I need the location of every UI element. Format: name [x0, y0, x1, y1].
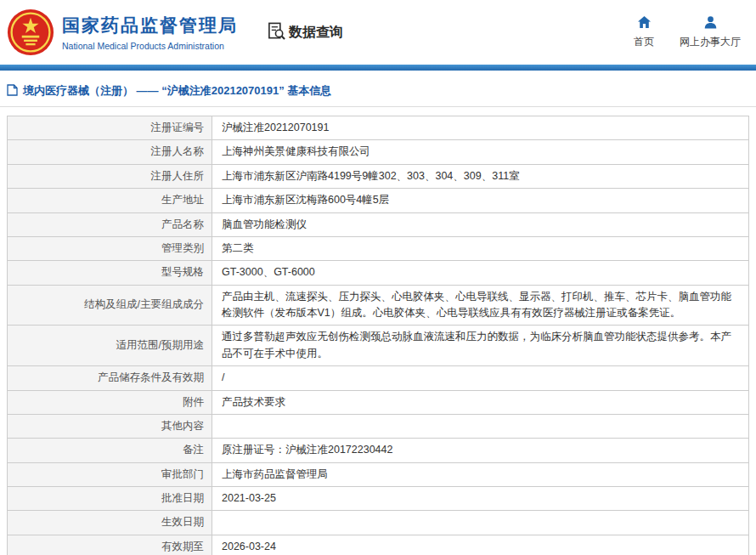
breadcrumb: 境内医疗器械（注册） —— “沪械注准20212070191” 基本信息	[7, 83, 749, 99]
row-value: 上海神州美景健康科技有限公司	[212, 140, 749, 164]
row-label: 注册人住所	[8, 164, 212, 188]
row-label: 其他内容	[8, 414, 212, 438]
main-content: 境内医疗器械（注册） —— “沪械注准20212070191” 基本信息 注册证…	[0, 83, 756, 555]
table-row: 产品名称脑血管功能检测仪	[8, 212, 749, 236]
info-table: 注册证编号沪械注准20212070191注册人名称上海神州美景健康科技有限公司注…	[7, 116, 749, 555]
home-icon	[637, 15, 652, 31]
nav-online-hall[interactable]: 网上办事大厅	[680, 15, 741, 49]
row-label: 生效日期	[8, 511, 212, 535]
row-label: 型号规格	[8, 261, 212, 285]
data-query-label: 数据查询	[289, 24, 343, 42]
table-row: 生产地址上海市浦东新区沈梅路600号4幢5层	[8, 189, 749, 212]
table-row: 附件产品技术要求	[8, 390, 749, 414]
table-row: 注册人住所上海市浦东新区沪南路4199号9幢302、303、304、309、31…	[8, 164, 749, 188]
row-label: 审批部门	[8, 462, 212, 486]
table-row: 有效期至2026-03-24	[8, 535, 749, 555]
table-row: 结构及组成/主要组成成分产品由主机、流速探头、压力探头、心电胶体夹、心电导联线、…	[8, 285, 749, 326]
info-table-body: 注册证编号沪械注准20212070191注册人名称上海神州美景健康科技有限公司注…	[8, 116, 749, 555]
row-value: 原注册证号：沪械注准20172230442	[212, 439, 749, 462]
table-row: 适用范围/预期用途通过多普勒超声效应无创伤检测颈总动脉血液流速和压力的数据，为临…	[8, 326, 749, 366]
row-label: 附件	[8, 390, 212, 414]
header: 国家药品监督管理局 National Medical Products Admi…	[0, 0, 756, 65]
table-row: 注册人名称上海神州美景健康科技有限公司	[8, 140, 749, 164]
row-label: 产品储存条件及有效期	[8, 366, 212, 390]
nav-online-hall-label: 网上办事大厅	[680, 35, 741, 49]
row-value: 第二类	[212, 236, 749, 260]
nav-data-query[interactable]: 数据查询	[267, 21, 343, 44]
row-value: 上海市药品监督管理局	[212, 462, 749, 486]
table-row: 型号规格GT-3000、GT-6000	[8, 261, 749, 285]
page: 国家药品监督管理局 National Medical Products Admi…	[0, 0, 756, 555]
row-value: 上海市浦东新区沪南路4199号9幢302、303、304、309、311室	[212, 164, 749, 188]
row-label: 注册人名称	[8, 140, 212, 164]
row-value: 产品由主机、流速探头、压力探头、心电胶体夹、心电导联线、显示器、打印机、推车、芯…	[212, 285, 749, 326]
row-value: GT-3000、GT-6000	[212, 261, 749, 285]
nav-home-label: 首页	[634, 35, 654, 49]
row-label: 适用范围/预期用途	[8, 326, 212, 366]
row-label: 备注	[8, 439, 212, 462]
breadcrumb-text: 境内医疗器械（注册） —— “沪械注准20212070191” 基本信息	[23, 83, 331, 99]
row-label: 结构及组成/主要组成成分	[8, 285, 212, 326]
person-icon	[703, 15, 718, 31]
table-row: 注册证编号沪械注准20212070191	[8, 116, 749, 140]
table-row: 产品储存条件及有效期/	[8, 366, 749, 390]
row-label: 注册证编号	[8, 116, 212, 140]
row-value: 通过多普勒超声效应无创伤检测颈总动脉血液流速和压力的数据，为临床分析脑血管功能状…	[212, 326, 749, 366]
header-nav: 首页 网上办事大厅	[634, 15, 744, 49]
breadcrumb-wrap: 境内医疗器械（注册） —— “沪械注准20212070191” 基本信息	[0, 83, 756, 107]
table-row: 其他内容	[8, 414, 749, 438]
nmpa-emblem-logo	[7, 8, 54, 56]
row-value: 2021-03-25	[212, 487, 749, 511]
table-row: 审批部门上海市药品监督管理局	[8, 462, 749, 486]
table-row: 备注原注册证号：沪械注准20172230442	[8, 439, 749, 462]
row-value: 产品技术要求	[212, 390, 749, 414]
org-title-block: 国家药品监督管理局 National Medical Products Admi…	[62, 14, 238, 51]
table-row: 批准日期2021-03-25	[8, 487, 749, 511]
row-value: 上海市浦东新区沈梅路600号4幢5层	[212, 189, 749, 212]
row-value: 脑血管功能检测仪	[212, 212, 749, 236]
table-row: 生效日期	[8, 511, 749, 535]
document-icon	[7, 84, 18, 99]
row-value: 沪械注准20212070191	[212, 116, 749, 140]
row-label: 产品名称	[8, 212, 212, 236]
row-label: 有效期至	[8, 535, 212, 555]
row-value	[212, 414, 749, 438]
row-value: /	[212, 366, 749, 390]
row-label: 批准日期	[8, 487, 212, 511]
row-value	[212, 511, 749, 535]
data-query-icon	[267, 21, 286, 44]
header-divider-bar	[0, 65, 756, 71]
row-label: 管理类别	[8, 236, 212, 260]
row-label: 生产地址	[8, 189, 212, 212]
org-name-en: National Medical Products Administration	[62, 41, 238, 51]
nav-home[interactable]: 首页	[634, 15, 654, 49]
org-name-zh: 国家药品监督管理局	[62, 14, 238, 37]
table-row: 管理类别第二类	[8, 236, 749, 260]
row-value: 2026-03-24	[212, 535, 749, 555]
